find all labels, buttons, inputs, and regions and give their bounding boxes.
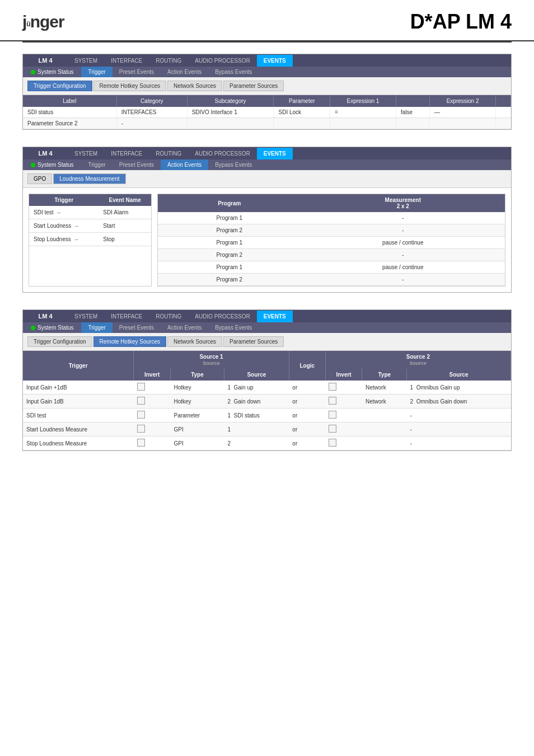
panel3-subtab-preset[interactable]: Preset Events bbox=[113, 322, 161, 333]
panel2-measurement-section: Program Measurement2 x 2 Program 1 - Pro… bbox=[157, 194, 505, 287]
panel1-subtab-preset[interactable]: Preset Events bbox=[113, 67, 161, 77]
th3-invert2: Invert bbox=[325, 369, 362, 381]
measurement-cell: - bbox=[301, 249, 505, 261]
cell-invert1 bbox=[134, 408, 171, 422]
panel3-ctab-network[interactable]: Network Sources bbox=[167, 336, 222, 347]
checkbox-invert2[interactable] bbox=[329, 411, 336, 419]
panel2-tab-routing[interactable]: ROUTING bbox=[149, 148, 188, 159]
panel3-tab-routing[interactable]: ROUTING bbox=[149, 311, 188, 322]
cell-expr2 bbox=[430, 118, 496, 129]
checkbox-invert1[interactable] bbox=[137, 425, 145, 433]
cell-type2 bbox=[362, 408, 407, 422]
cell-expr2-val bbox=[496, 107, 511, 118]
cell-type2: Network bbox=[362, 395, 407, 408]
cell-type1: GPI bbox=[170, 422, 224, 436]
cell-label: SDI status bbox=[23, 107, 116, 118]
panel3-subtab-action[interactable]: Action Events bbox=[161, 322, 208, 333]
panel1-subtab-action[interactable]: Action Events bbox=[161, 67, 208, 77]
panel3-tab-interface[interactable]: INTERFACE bbox=[104, 311, 149, 322]
panel3-nav-bar: LM 4 SYSTEM INTERFACE ROUTING AUDIO PROC… bbox=[23, 310, 511, 322]
th-program: Program bbox=[158, 194, 301, 212]
checkbox-invert2[interactable] bbox=[329, 439, 336, 447]
panel2-subtab-trigger[interactable]: Trigger bbox=[81, 159, 112, 170]
panel2-ctab-loudness[interactable]: Loudness Measurement bbox=[53, 173, 125, 184]
trigger-cell: Start Loudness → bbox=[29, 219, 99, 233]
panel1-ctab-parameter[interactable]: Parameter Sources bbox=[223, 81, 284, 91]
panel1-tab-interface[interactable]: INTERFACE bbox=[104, 55, 149, 67]
th3-trigger: Trigger bbox=[23, 351, 134, 381]
checkbox-invert2[interactable] bbox=[329, 397, 336, 405]
panel3-ctab-parameter[interactable]: Parameter Sources bbox=[223, 336, 284, 347]
cell-src1: 1 bbox=[224, 422, 289, 436]
panel1-tab-events[interactable]: EVENTS bbox=[257, 55, 293, 67]
cell-expr1-val bbox=[396, 118, 429, 129]
cell-src1: 2 bbox=[224, 436, 289, 450]
panel1-col-expr1-op bbox=[396, 95, 429, 107]
panel2-tab-audio-processor[interactable]: AUDIO PROCESSOR bbox=[188, 148, 256, 159]
measurement-cell: - bbox=[301, 274, 505, 286]
cell-invert2 bbox=[325, 408, 362, 422]
cell-trigger: SDI test bbox=[23, 408, 134, 422]
checkbox-invert1[interactable] bbox=[137, 397, 145, 405]
table-row: SDI test → SDI Alarm bbox=[29, 206, 151, 219]
panel3-subtab-trigger[interactable]: Trigger bbox=[81, 322, 112, 333]
cell-parameter bbox=[274, 118, 330, 129]
measurement-cell: pause / continue bbox=[301, 237, 505, 249]
panel3-table: Trigger Source 1Source Logic Source 2Sou… bbox=[23, 351, 511, 450]
panel2-sub-tabs: Trigger Preset Events Action Events Bypa… bbox=[81, 159, 259, 170]
cell-src1: 2 Gain down bbox=[224, 395, 289, 408]
checkbox-invert1[interactable] bbox=[137, 411, 145, 419]
panel1-ctab-remote-hotkey[interactable]: Remote Hotkey Sources bbox=[93, 81, 166, 91]
panel2-tab-events[interactable]: EVENTS bbox=[257, 148, 293, 159]
cell-src2: - bbox=[407, 436, 511, 450]
trigger-cell: Stop Loudness → bbox=[29, 233, 99, 246]
panel1-sub-tabs: Trigger Preset Events Action Events Bypa… bbox=[81, 67, 259, 77]
cell-trigger: Start Loudness Measure bbox=[23, 422, 134, 436]
panel3-ctab-remote-hotkey[interactable]: Remote Hotkey Sources bbox=[93, 336, 166, 347]
panel3-ctab-trigger-config[interactable]: Trigger Configuration bbox=[27, 336, 92, 347]
cell-invert2 bbox=[325, 381, 362, 395]
panel1-tab-routing[interactable]: ROUTING bbox=[149, 55, 188, 67]
cell-expr1: = bbox=[330, 107, 396, 118]
program-cell: Program 2 bbox=[158, 224, 301, 237]
panel2-device-label: LM 4 bbox=[23, 147, 68, 159]
panel2-subtab-action[interactable]: Action Events bbox=[161, 159, 208, 170]
panel3-nav-tabs: SYSTEM INTERFACE ROUTING AUDIO PROCESSOR… bbox=[68, 311, 293, 322]
panel2-ctab-gpo[interactable]: GPO bbox=[27, 173, 52, 184]
table-row: Program 2 - bbox=[158, 249, 505, 261]
table-row: SDI status INTERFACES SDIVO Interface 1 … bbox=[23, 107, 511, 118]
panel3-tab-events[interactable]: EVENTS bbox=[257, 311, 293, 322]
checkbox-invert2[interactable] bbox=[329, 383, 336, 391]
table-row: Stop Loudness Measure GPI 2 or - bbox=[23, 436, 511, 450]
cell-type1: GPI bbox=[170, 436, 224, 450]
panel2-subtab-preset[interactable]: Preset Events bbox=[113, 159, 161, 170]
panel1-ctab-network[interactable]: Network Sources bbox=[167, 81, 222, 91]
panel1-tab-system[interactable]: SYSTEM bbox=[68, 55, 104, 67]
th3-type1: Type bbox=[170, 369, 224, 381]
panel1-table: Label Category Subcategory Parameter Exp… bbox=[23, 95, 511, 129]
measurement-cell: pause / continue bbox=[301, 261, 505, 274]
panel2-tab-system[interactable]: SYSTEM bbox=[68, 148, 104, 159]
cell-type1: Hotkey bbox=[170, 395, 224, 408]
panel3-tab-system[interactable]: SYSTEM bbox=[68, 311, 104, 322]
panel1-subtab-trigger[interactable]: Trigger bbox=[81, 67, 112, 77]
panel2-content-tabs: GPO Loudness Measurement bbox=[23, 170, 511, 188]
event-cell: Stop bbox=[99, 233, 151, 246]
cell-logic: or bbox=[289, 408, 325, 422]
panel2-subtab-bypass[interactable]: Bypass Events bbox=[208, 159, 259, 170]
panel1-tab-audio-processor[interactable]: AUDIO PROCESSOR bbox=[188, 55, 256, 67]
panel2-tab-interface[interactable]: INTERFACE bbox=[104, 148, 149, 159]
th3-type2: Type bbox=[362, 369, 407, 381]
cell-parameter: SDI Lock bbox=[274, 107, 330, 118]
page-header: jünger D*AP LM 4 bbox=[0, 0, 534, 41]
checkbox-invert1[interactable] bbox=[137, 383, 145, 391]
panel1-subtab-bypass[interactable]: Bypass Events bbox=[208, 67, 259, 77]
panel1-ctab-trigger-config[interactable]: Trigger Configuration bbox=[27, 81, 92, 91]
checkbox-invert1[interactable] bbox=[137, 439, 145, 447]
panel3-tab-audio-processor[interactable]: AUDIO PROCESSOR bbox=[188, 311, 256, 322]
panel3-subtab-bypass[interactable]: Bypass Events bbox=[208, 322, 259, 333]
th-event-name: Event Name bbox=[99, 194, 151, 206]
cell-invert2 bbox=[325, 395, 362, 408]
cell-expr1 bbox=[330, 118, 396, 129]
checkbox-invert2[interactable] bbox=[329, 425, 336, 433]
